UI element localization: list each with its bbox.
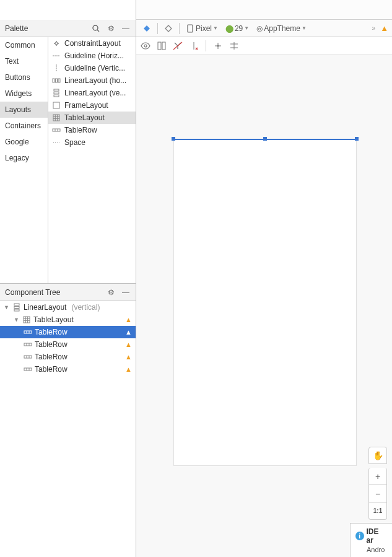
design-mode-icon[interactable]	[140, 23, 154, 34]
tree-label: TableRow	[35, 365, 68, 374]
tree-item-tablerow-1[interactable]: TableRow ▲	[0, 326, 136, 338]
category-containers[interactable]: Containers	[0, 118, 48, 134]
svg-rect-9	[54, 92, 59, 94]
zoom-fit-button[interactable]: 1:1	[368, 502, 387, 520]
svg-rect-24	[24, 317, 30, 323]
widget-label: TableLayout	[64, 113, 105, 122]
chevron-down-icon[interactable]: ▼	[14, 317, 20, 323]
zoom-in-button[interactable]: +	[368, 468, 387, 485]
widget-space[interactable]: Space	[48, 136, 136, 149]
pan-button[interactable]: ✋	[368, 447, 387, 464]
svg-rect-11	[53, 102, 59, 108]
api-selector[interactable]: ⬤ 29 ▼	[223, 23, 251, 34]
device-selector[interactable]: Pixel ▼	[183, 23, 220, 34]
tree-item-tablerow-3[interactable]: TableRow ▲	[0, 351, 136, 363]
category-list: Common Text Buttons Widgets Layouts Cont…	[0, 37, 48, 283]
clear-constraints-icon[interactable]	[188, 40, 199, 51]
widget-guideline-v[interactable]: Guideline (Vertic...	[48, 62, 136, 74]
orientation-icon[interactable]	[162, 23, 175, 34]
zoom-out-button[interactable]: −	[368, 485, 387, 502]
row-icon	[24, 328, 32, 336]
svg-rect-6	[56, 79, 58, 82]
widget-tablerow[interactable]: TableRow	[48, 124, 136, 136]
svg-rect-10	[54, 95, 59, 97]
chevron-down-icon: ▼	[213, 25, 218, 31]
gear-icon[interactable]: ⚙	[106, 287, 116, 297]
widget-constraintlayout[interactable]: ConstraintLayout	[48, 37, 136, 50]
widget-label: LinearLayout (ho...	[64, 76, 126, 85]
info-icon: i	[355, 532, 364, 540]
warning-icon[interactable]: ▲	[380, 24, 388, 33]
tree-label: TableLayout	[33, 315, 74, 324]
minimize-icon[interactable]: —	[121, 287, 131, 297]
gear-icon[interactable]: ⚙	[106, 24, 116, 33]
component-tree-header: Component Tree ⚙ —	[0, 284, 136, 301]
category-google[interactable]: Google	[0, 134, 48, 150]
chevron-down-icon[interactable]: ▼	[4, 304, 10, 310]
design-canvas[interactable]: ✋ + − 1:1 i IDE ar Andro	[136, 55, 392, 557]
svg-line-1	[97, 30, 99, 32]
design-toolbar: Pixel ▼ ⬤ 29 ▼ ◎ AppTheme ▼ » ▲	[136, 20, 392, 37]
widget-list: ConstraintLayout Guideline (Horiz... Gui…	[48, 37, 136, 283]
component-tree-body: ▼ LinearLayout (vertical) ▼ TableLayout …	[0, 301, 136, 557]
row-icon	[24, 340, 32, 349]
category-layouts[interactable]: Layouts	[0, 102, 48, 118]
category-text[interactable]: Text	[0, 53, 48, 69]
svg-point-51	[217, 45, 219, 46]
tree-item-tablerow-4[interactable]: TableRow ▲	[0, 363, 136, 375]
tree-item-tablerow-2[interactable]: TableRow ▲	[0, 338, 136, 351]
warning-icon: ▲	[125, 366, 132, 373]
space-icon	[52, 138, 61, 147]
notification-popup[interactable]: i IDE ar Andro	[350, 523, 392, 557]
widget-guideline-h[interactable]: Guideline (Horiz...	[48, 50, 136, 62]
theme-icon: ◎	[256, 24, 263, 33]
warning-icon: ▲	[125, 316, 132, 323]
search-icon[interactable]	[91, 24, 101, 33]
category-widgets[interactable]: Widgets	[0, 86, 48, 102]
autoconnect-icon[interactable]	[172, 40, 183, 51]
linear-h-icon	[52, 76, 61, 85]
widget-label: Guideline (Horiz...	[64, 51, 124, 60]
svg-rect-12	[53, 115, 59, 121]
device-preview[interactable]	[173, 139, 357, 466]
category-legacy[interactable]: Legacy	[0, 150, 48, 166]
left-panel: Palette ⚙ — Common Text Buttons Widgets …	[0, 0, 136, 557]
minimize-icon[interactable]: —	[121, 24, 131, 33]
chevron-down-icon: ▼	[244, 25, 249, 31]
constraint-icon	[52, 39, 61, 48]
frame-icon	[52, 101, 61, 110]
android-icon: ⬤	[225, 24, 233, 33]
svg-rect-38	[24, 368, 32, 371]
eye-icon[interactable]	[140, 40, 151, 51]
chevron-down-icon: ▼	[302, 25, 307, 31]
widget-tablelayout[interactable]: TableLayout	[48, 112, 136, 124]
widget-linearlayout-v[interactable]: LinearLayout (ve...	[48, 87, 136, 99]
svg-rect-35	[24, 356, 32, 358]
resize-handle-mid[interactable]	[263, 137, 267, 141]
svg-rect-43	[158, 42, 161, 50]
table-icon	[22, 315, 31, 324]
more-icon[interactable]: »	[370, 24, 378, 33]
palette-header: Palette ⚙ —	[0, 20, 136, 37]
table-icon	[52, 113, 61, 122]
widget-framelayout[interactable]: FrameLayout	[48, 99, 136, 112]
tree-item-tablelayout[interactable]: ▼ TableLayout ▲	[0, 314, 136, 326]
infer-icon[interactable]	[212, 40, 224, 51]
resize-handle-right[interactable]	[355, 137, 359, 141]
svg-point-42	[144, 45, 147, 47]
component-tree-title: Component Tree	[5, 288, 106, 297]
row-icon	[24, 365, 32, 374]
widget-linearlayout-h[interactable]: LinearLayout (ho...	[48, 74, 136, 87]
category-common[interactable]: Common	[0, 37, 48, 53]
svg-rect-5	[53, 79, 54, 82]
widget-label: LinearLayout (ve...	[64, 89, 126, 97]
widget-label: TableRow	[64, 126, 97, 134]
blueprint-icon[interactable]	[156, 40, 167, 51]
resize-handle-left[interactable]	[172, 137, 175, 141]
toolbar-separator	[157, 23, 158, 34]
category-buttons[interactable]: Buttons	[0, 69, 48, 86]
margins-icon[interactable]	[229, 40, 240, 51]
theme-selector[interactable]: ◎ AppTheme ▼	[254, 23, 309, 34]
right-panel: Pixel ▼ ⬤ 29 ▼ ◎ AppTheme ▼ » ▲	[136, 0, 392, 557]
tree-item-linearlayout[interactable]: ▼ LinearLayout (vertical)	[0, 301, 136, 314]
